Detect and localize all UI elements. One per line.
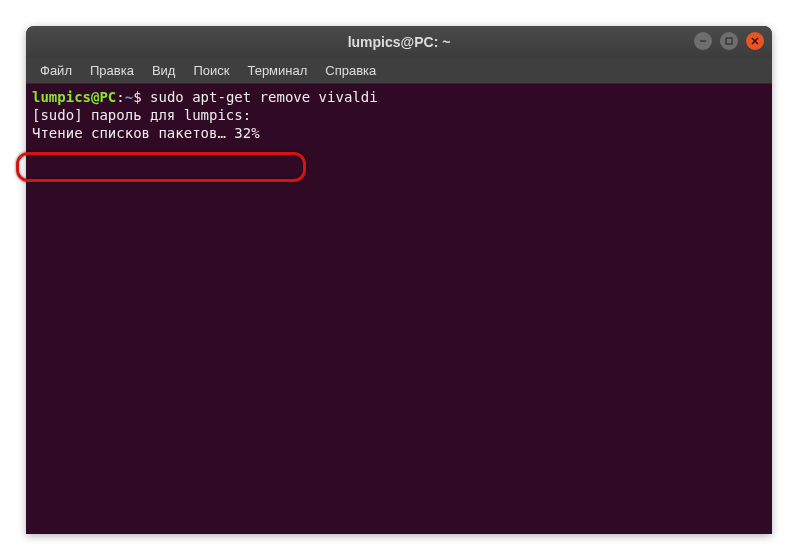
maximize-button[interactable] <box>720 32 738 50</box>
command-text: sudo apt-get remove vivaldi <box>150 89 378 105</box>
window-title: lumpics@PC: ~ <box>348 34 451 50</box>
minimize-button[interactable] <box>694 32 712 50</box>
prompt-user: lumpics@PC <box>32 89 116 105</box>
terminal-line-3: Чтение списков пакетов… 32% <box>32 124 766 142</box>
terminal-body[interactable]: lumpics@PC:~$ sudo apt-get remove vivald… <box>26 84 772 534</box>
menu-view[interactable]: Вид <box>144 61 184 80</box>
menu-terminal[interactable]: Терминал <box>239 61 315 80</box>
window-controls <box>694 32 764 50</box>
prompt-path: ~ <box>125 89 133 105</box>
terminal-window: lumpics@PC: ~ Файл Правка Вид Поиск Терм… <box>26 26 772 534</box>
titlebar[interactable]: lumpics@PC: ~ <box>26 26 772 58</box>
svg-rect-1 <box>726 38 732 44</box>
prompt-sep1: : <box>116 89 124 105</box>
prompt-sep2: $ <box>133 89 150 105</box>
menu-search[interactable]: Поиск <box>185 61 237 80</box>
terminal-line-2: [sudo] пароль для lumpics: <box>32 106 766 124</box>
menu-edit[interactable]: Правка <box>82 61 142 80</box>
terminal-line-prompt: lumpics@PC:~$ sudo apt-get remove vivald… <box>32 88 766 106</box>
menu-help[interactable]: Справка <box>317 61 384 80</box>
close-button[interactable] <box>746 32 764 50</box>
menubar: Файл Правка Вид Поиск Терминал Справка <box>26 58 772 84</box>
menu-file[interactable]: Файл <box>32 61 80 80</box>
